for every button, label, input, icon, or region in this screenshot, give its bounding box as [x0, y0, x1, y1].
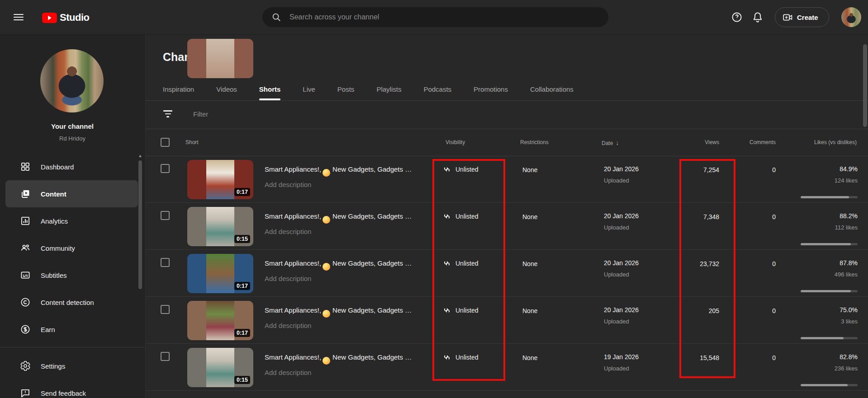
dashboard-icon — [20, 161, 31, 172]
filter-input[interactable] — [192, 110, 464, 118]
channel-content-pane: Channel content Inspiration Videos Short… — [146, 35, 868, 398]
visibility-cell[interactable]: Unlisted — [442, 259, 479, 268]
restrictions-cell: None — [522, 307, 537, 314]
search-input[interactable] — [289, 13, 599, 22]
sidebar-item-content-detection[interactable]: Content detection — [5, 289, 138, 316]
sidebar-item-settings[interactable]: Settings — [5, 352, 138, 379]
restrictions-cell: None — [522, 213, 537, 220]
views-cell: 15,548 — [700, 354, 719, 361]
row-checkbox[interactable] — [161, 164, 170, 173]
menu-icon[interactable] — [14, 12, 24, 22]
likes-percentage: 82.8% — [801, 353, 858, 361]
row-checkbox[interactable] — [161, 258, 170, 267]
date-cell: 20 Jan 2026 Uploaded — [604, 259, 639, 278]
sidebar-scrollbar[interactable] — [138, 160, 142, 289]
notifications-bell-icon[interactable] — [750, 10, 765, 24]
select-all-checkbox[interactable] — [161, 138, 170, 147]
short-thumbnail[interactable]: 0:17 — [187, 254, 253, 293]
short-thumbnail[interactable]: 0:17 — [187, 301, 253, 340]
sidebar-item-dashboard[interactable]: Dashboard — [5, 153, 138, 180]
unlisted-link-icon — [442, 259, 451, 268]
date-subtext: Uploaded — [604, 318, 639, 325]
short-thumbnail[interactable]: 0:15 — [187, 207, 253, 246]
date-cell: 19 Jan 2026 Uploaded — [604, 353, 639, 372]
sidebar-item-community[interactable]: Community — [5, 234, 138, 262]
account-avatar[interactable] — [841, 7, 861, 27]
thumbnail-image — [206, 39, 234, 78]
row-checkbox[interactable] — [161, 305, 170, 314]
visibility-value: Unlisted — [455, 354, 479, 361]
restrictions-cell: None — [522, 166, 537, 173]
sidebar-nav: Dashboard Content Analytics Community Su… — [0, 153, 138, 343]
row-checkbox[interactable] — [161, 352, 170, 361]
comments-cell: 0 — [772, 166, 776, 173]
shorts-table-body: 0:17 Smart Appliances!,🥰New Gadgets, Gad… — [146, 156, 868, 391]
likes-percentage: 75.0% — [801, 306, 858, 314]
sidebar-scrollbar-up-arrow[interactable]: ▲ — [137, 153, 143, 158]
column-header-likes[interactable]: Likes (vs dislikes) — [814, 139, 857, 145]
visibility-cell[interactable]: Unlisted — [442, 165, 479, 174]
short-title[interactable]: Smart Appliances!,🥰New Gadgets, Gadgets … — [265, 353, 443, 365]
duration-badge: 0:15 — [234, 376, 250, 384]
column-header-date[interactable]: Date↓ — [602, 139, 619, 146]
search-bar[interactable] — [262, 7, 608, 27]
create-button[interactable]: Create — [775, 7, 829, 27]
column-header-restrictions[interactable]: Restrictions — [520, 139, 549, 145]
page-scrollbar[interactable] — [863, 44, 867, 127]
visibility-cell[interactable]: Unlisted — [442, 353, 479, 362]
add-description-link[interactable]: Add description — [265, 369, 443, 376]
short-title[interactable]: Smart Appliances!,🥰New Gadgets, Gadgets … — [265, 306, 443, 318]
unlisted-link-icon — [442, 306, 451, 315]
sidebar-divider — [0, 347, 146, 347]
short-thumbnail[interactable] — [187, 39, 253, 78]
likes-percentage: 88.2% — [801, 212, 858, 220]
date-cell: 20 Jan 2026 Uploaded — [604, 306, 639, 325]
sidebar-item-send-feedback[interactable]: Send feedback — [5, 379, 138, 398]
short-title[interactable]: Smart Appliances!,🥰New Gadgets, Gadgets … — [265, 212, 443, 224]
top-app-bar: Studio Create — [0, 0, 868, 35]
comments-cell: 0 — [772, 307, 776, 314]
column-header-comments[interactable]: Comments — [749, 139, 776, 145]
column-header-visibility[interactable]: Visibility — [446, 139, 465, 145]
date-value: 20 Jan 2026 — [604, 165, 639, 173]
views-cell: 7,348 — [703, 213, 719, 220]
likes-ratio-fill — [801, 337, 844, 339]
short-title[interactable]: Smart Appliances!,🥰New Gadgets, Gadgets … — [265, 165, 443, 177]
row-checkbox[interactable] — [161, 211, 170, 220]
filter-icon[interactable] — [163, 110, 173, 119]
visibility-cell[interactable]: Unlisted — [442, 212, 479, 221]
youtube-play-icon — [42, 13, 57, 23]
column-header-short[interactable]: Short — [185, 139, 199, 145]
likes-ratio-bar — [801, 196, 858, 198]
views-cell: 23,732 — [700, 260, 719, 267]
create-video-icon — [783, 12, 793, 23]
table-row: 0:15 Smart Appliances!,🥰New Gadgets, Gad… — [146, 203, 868, 250]
likes-count: 112 likes — [801, 224, 858, 231]
help-icon[interactable] — [730, 10, 744, 24]
add-description-link[interactable]: Add description — [265, 275, 443, 282]
visibility-cell[interactable]: Unlisted — [442, 306, 479, 315]
add-description-link[interactable]: Add description — [265, 181, 443, 188]
channel-name: Rd Hridoy — [0, 135, 145, 142]
duration-badge: 0:17 — [234, 282, 250, 290]
sidebar-item-earn[interactable]: Earn — [5, 316, 138, 343]
comments-cell: 0 — [772, 260, 776, 267]
short-thumbnail[interactable]: 0:15 — [187, 348, 253, 387]
short-title[interactable]: Smart Appliances!,🥰New Gadgets, Gadgets … — [265, 259, 443, 271]
sidebar-item-content[interactable]: Content — [5, 180, 138, 207]
short-thumbnail[interactable]: 0:17 — [187, 160, 253, 199]
sidebar-item-subtitles[interactable]: Subtitles — [5, 262, 138, 289]
column-header-views[interactable]: Views — [705, 139, 719, 145]
add-description-link[interactable]: Add description — [265, 322, 443, 329]
views-cell: 7,254 — [703, 166, 719, 173]
restrictions-cell: None — [522, 354, 537, 361]
table-row: 0:15 Smart Appliances!,🥰New Gadgets, Gad… — [146, 344, 868, 391]
sidebar-item-analytics[interactable]: Analytics — [5, 207, 138, 234]
channel-profile-photo[interactable] — [40, 49, 104, 112]
youtube-studio-logo[interactable]: Studio — [42, 12, 89, 23]
title-cell: Smart Appliances!,🥰New Gadgets, Gadgets … — [265, 306, 443, 329]
likes-ratio-fill — [801, 196, 849, 198]
date-subtext: Uploaded — [604, 365, 639, 372]
title-cell: Smart Appliances!,🥰New Gadgets, Gadgets … — [265, 165, 443, 188]
add-description-link[interactable]: Add description — [265, 228, 443, 235]
